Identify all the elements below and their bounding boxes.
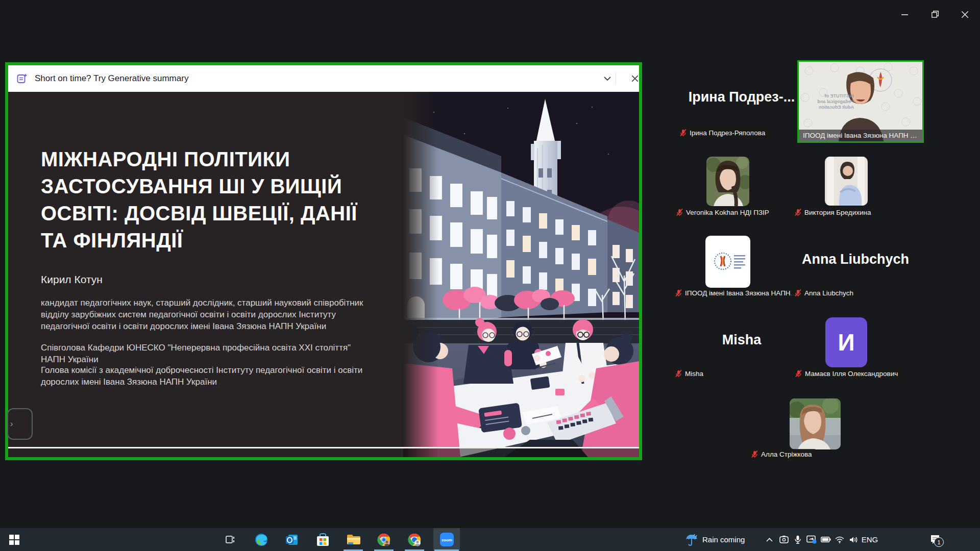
weather-widget[interactable]: Rain coming [685, 528, 762, 551]
microsoft-store-icon [316, 533, 329, 546]
task-view-icon [225, 535, 235, 544]
taskbar-app-store[interactable] [311, 528, 334, 551]
taskbar-app-file-explorer[interactable] [341, 528, 365, 551]
cast-display-icon [806, 535, 817, 544]
participant-name-label: Ірина Подрез-Ряполова [676, 128, 770, 139]
chrome-icon [408, 533, 421, 546]
desktop: Short on time? Try Generative summary МІ… [0, 0, 980, 551]
volume-icon [849, 536, 858, 543]
slide-paragraph: Співголова Кафедри ЮНЕСКО "Неперервна пр… [41, 342, 368, 365]
institute-logo [705, 236, 750, 288]
umbrella-rain-icon [685, 533, 698, 546]
tray-expand-button[interactable] [762, 528, 777, 551]
camera-icon [779, 536, 789, 543]
participant-tile-viktoria[interactable] [825, 157, 868, 206]
participant-name-label: Misha [672, 368, 708, 380]
close-button[interactable] [950, 3, 979, 26]
mic-muted-icon [676, 209, 683, 216]
taskbar-app-outlook[interactable] [280, 528, 304, 551]
slide-bottom-dim [403, 448, 639, 457]
shared-screen: Short on time? Try Generative summary МІ… [8, 65, 639, 457]
participant-name-label: ІПООД імені Івана Зязюна НАПН Ук... [799, 130, 922, 141]
outlook-icon [285, 533, 299, 546]
mic-muted-icon [795, 370, 802, 378]
participant-name-label: Алла Стріжкова [748, 449, 817, 460]
participant-name-label: ІПООД імені Івана Зязюна НАПН... [672, 288, 801, 299]
slide-paragraph: Голова комісії з академічної доброчеснос… [41, 364, 368, 388]
mic-muted-icon [795, 209, 801, 216]
tray-volume[interactable] [846, 528, 861, 551]
presentation-slide: МІЖНАРОДНІ ПОЛІТИКИ ЗАСТОСУВАННЯ ШІ У ВИ… [8, 92, 639, 457]
participant-tile-alla[interactable] [790, 398, 841, 449]
chevron-right-icon: › [10, 419, 13, 429]
slide-author: Кирил Котун [41, 273, 103, 286]
participant-name-label: Виктория Бредихина [791, 207, 876, 218]
participant-big-name: Anna Liubchych [802, 252, 909, 267]
taskbar-app-chrome-1[interactable] [372, 528, 396, 551]
microphone-icon [795, 535, 801, 544]
windows-logo-icon [9, 535, 19, 545]
mic-muted-icon [751, 450, 758, 458]
participant-tile-ipood-speaker[interactable]: INSTITUTE of Pedagogical and Adult Educa… [797, 60, 924, 143]
mic-muted-icon [675, 289, 682, 297]
wifi-icon [835, 536, 844, 543]
generative-summary-icon [16, 73, 28, 84]
language-indicator[interactable]: ENG [861, 528, 879, 551]
close-icon [962, 11, 968, 18]
svg-text:zoom: zoom [442, 538, 452, 542]
taskbar-app-zoom[interactable]: zoom [433, 528, 460, 551]
taskbar: Пошук [0, 528, 980, 551]
zoom-icon: zoom [440, 533, 454, 546]
mic-muted-icon [795, 289, 801, 297]
tray-battery[interactable] [819, 528, 833, 551]
restore-icon [932, 11, 939, 18]
participant-big-name: Ірина Подрез-... [689, 89, 795, 105]
notification-badge: 1 [934, 537, 944, 547]
participant-tile-ipood-logo[interactable] [705, 236, 750, 288]
participant-tile-misha[interactable]: Misha [672, 312, 812, 367]
tray-cast-display[interactable] [804, 528, 819, 551]
minimize-button[interactable] [890, 3, 919, 26]
edge-icon [255, 533, 268, 546]
side-panel-toggle[interactable]: › [7, 408, 33, 440]
participant-photo [790, 398, 841, 449]
video-backdrop-text: INSTITUTE of Pedagogical and Adult Educa… [808, 93, 854, 110]
tray-wifi[interactable] [833, 528, 846, 551]
battery-icon [821, 537, 831, 542]
chevron-down-icon [604, 77, 611, 81]
generative-summary-text: Short on time? Try Generative summary [35, 73, 188, 84]
summary-close-button[interactable] [623, 65, 639, 92]
chrome-icon [377, 533, 390, 546]
restore-button[interactable] [921, 3, 949, 26]
participant-name-label: Veronika Kokhan НДІ ПЗІР [673, 207, 774, 218]
illustration-fade [403, 92, 439, 457]
taskbar-app-edge[interactable] [250, 528, 273, 551]
participant-name-label: Anna Liubchych [791, 288, 859, 299]
weather-text: Rain coming [702, 535, 745, 544]
participant-photo [825, 157, 868, 206]
participant-tile-anna[interactable]: Anna Liubchych [786, 231, 925, 288]
close-icon [632, 76, 638, 82]
file-explorer-icon [347, 534, 360, 545]
participant-tile-mamaev[interactable]: И [825, 317, 867, 367]
generative-summary-bar: Short on time? Try Generative summary [8, 65, 639, 92]
participant-tile-veronika[interactable] [706, 157, 749, 206]
slide-title: МІЖНАРОДНІ ПОЛІТИКИ ЗАСТОСУВАННЯ ШІ У ВИ… [41, 146, 398, 254]
slide-paragraph: кандидат педагогічних наук, старший досл… [41, 297, 368, 332]
chevron-up-icon [766, 538, 773, 542]
taskbar-app-chrome-2[interactable] [403, 528, 426, 551]
mic-muted-icon [675, 370, 682, 378]
start-button[interactable] [0, 528, 29, 551]
tray-camera[interactable] [777, 528, 791, 551]
task-view-button[interactable] [218, 528, 242, 551]
language-label: ENG [862, 535, 878, 544]
participant-name-label: Мамаєв Ілля Олександрович [792, 368, 903, 380]
participant-big-name: Misha [722, 332, 762, 348]
summary-bar-divider [616, 72, 616, 85]
participant-tile-iryna[interactable]: Ірина Подрез-... [672, 61, 812, 133]
participant-photo [706, 157, 749, 206]
minimize-icon [901, 11, 908, 18]
notification-center-button[interactable]: 1 [924, 528, 946, 551]
tray-microphone[interactable] [791, 528, 804, 551]
avatar-letter: И [838, 329, 854, 356]
